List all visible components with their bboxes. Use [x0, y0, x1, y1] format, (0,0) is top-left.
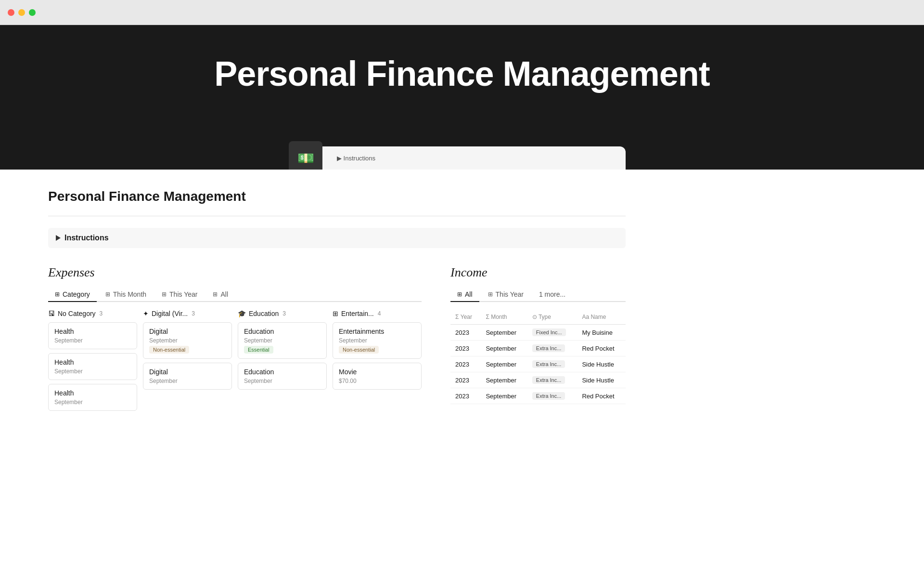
type-badge: Extra Inc... — [532, 344, 565, 352]
income-type: Fixed Inc... — [527, 325, 578, 341]
income-month: September — [481, 388, 527, 404]
kanban-col-header: ⊞Entertain...4 — [333, 310, 422, 317]
col-count: 3 — [100, 310, 103, 317]
hero-icon: 💵 — [289, 141, 322, 170]
income-th-month: Σ Month — [481, 310, 527, 325]
card-badge: Non-essential — [149, 346, 189, 354]
tab-income-this-year[interactable]: ⊞ This Year — [481, 288, 530, 302]
card-date: September — [54, 368, 131, 375]
kanban-card[interactable]: Digital September — [143, 363, 232, 390]
two-column-layout: Expenses ⊞ Category ⊞ This Month ⊞ This … — [48, 265, 626, 415]
income-row[interactable]: 2023SeptemberExtra Inc...Side Hustle — [450, 356, 626, 372]
tab-icon: ⊞ — [213, 291, 218, 298]
income-title: Income — [450, 265, 626, 280]
card-date: September — [149, 378, 226, 384]
tab-income-this-year-label: This Year — [496, 290, 524, 298]
tab-this-year-label: This Year — [169, 290, 197, 298]
expenses-title: Expenses — [48, 265, 422, 280]
card-title: Education — [244, 328, 321, 335]
income-section: Income ⊞ All ⊞ This Year 1 more... — [450, 265, 626, 415]
income-row[interactable]: 2023SeptemberExtra Inc...Red Pocket — [450, 341, 626, 356]
card-date: September — [54, 337, 131, 344]
minimize-button[interactable] — [18, 9, 25, 16]
page-title: Personal Finance Management — [48, 189, 626, 204]
card-date: $70.00 — [339, 378, 415, 384]
type-badge: Extra Inc... — [532, 376, 565, 384]
card-date: September — [244, 378, 321, 384]
card-title: Movie — [339, 368, 415, 376]
tab-icon: ⊞ — [55, 291, 60, 298]
tab-icon: ⊞ — [457, 291, 462, 298]
expenses-section: Expenses ⊞ Category ⊞ This Month ⊞ This … — [48, 265, 422, 415]
income-year: 2023 — [450, 356, 481, 372]
card-title: Health — [54, 389, 131, 397]
tab-income-more[interactable]: 1 more... — [532, 288, 572, 302]
income-row[interactable]: 2023SeptemberExtra Inc...Red Pocket — [450, 388, 626, 404]
income-row[interactable]: 2023SeptemberExtra Inc...Side Hustle — [450, 372, 626, 388]
tab-category[interactable]: ⊞ Category — [48, 288, 97, 302]
kanban-card[interactable]: Digital September Non-essential — [143, 322, 232, 359]
card-title: Health — [54, 328, 131, 335]
col-label: Digital (Vir... — [152, 310, 188, 317]
tab-this-year[interactable]: ⊞ This Year — [155, 288, 204, 302]
col-count: 3 — [282, 310, 286, 317]
kanban-column-digital: ✦Digital (Vir...3 Digital September Non-… — [143, 310, 232, 415]
col-label: Entertain... — [341, 310, 374, 317]
income-month: September — [481, 325, 527, 341]
income-th-year: Σ Year — [450, 310, 481, 325]
income-name: My Buisine — [577, 325, 626, 341]
kanban-card[interactable]: Education September — [238, 363, 327, 390]
instructions-section[interactable]: Instructions — [48, 228, 626, 248]
col-count: 3 — [192, 310, 195, 317]
card-date: September — [149, 337, 226, 344]
col-icon: 🎓 — [238, 310, 246, 317]
expenses-tabs: ⊞ Category ⊞ This Month ⊞ This Year ⊞ Al… — [48, 288, 422, 302]
kanban-card[interactable]: Movie $70.00 — [333, 363, 422, 390]
kanban-card[interactable]: Health September — [48, 353, 137, 380]
hero-banner: Personal Finance Management 💵 ▶ Instruct… — [0, 25, 924, 170]
kanban-col-header: 🖫No Category3 — [48, 310, 137, 317]
tab-income-all[interactable]: ⊞ All — [450, 288, 479, 302]
col-icon: ⊞ — [333, 310, 338, 317]
type-badge: Fixed Inc... — [532, 328, 566, 336]
close-button[interactable] — [8, 9, 14, 16]
tab-icon: ⊞ — [105, 291, 110, 298]
income-row[interactable]: 2023SeptemberFixed Inc...My Buisine — [450, 325, 626, 341]
kanban-column-no-category: 🖫No Category3 Health September Health Se… — [48, 310, 137, 415]
income-th-type: ⊙ Type — [527, 310, 578, 325]
income-type: Extra Inc... — [527, 388, 578, 404]
kanban-card[interactable]: Education September Essential — [238, 322, 327, 359]
kanban-card[interactable]: Entertainments September Non-essential — [333, 322, 422, 359]
type-badge: Extra Inc... — [532, 392, 565, 400]
card-date: September — [244, 337, 321, 344]
tab-this-month[interactable]: ⊞ This Month — [99, 288, 153, 302]
card-date: September — [339, 337, 415, 344]
type-badge: Extra Inc... — [532, 360, 565, 368]
col-count: 4 — [378, 310, 381, 317]
tab-all[interactable]: ⊞ All — [206, 288, 235, 302]
card-badge: Essential — [244, 346, 273, 354]
browser-chrome — [0, 0, 924, 25]
income-year: 2023 — [450, 341, 481, 356]
card-title: Entertainments — [339, 328, 415, 335]
divider — [48, 216, 626, 216]
hero-preview: 💵 ▶ Instructions — [298, 146, 626, 170]
kanban-col-header: ✦Digital (Vir...3 — [143, 310, 232, 317]
tab-icon: ⊞ — [488, 291, 493, 298]
instructions-label: Instructions — [64, 234, 109, 242]
col-label: No Category — [58, 310, 96, 317]
income-th-name: Aa Name — [577, 310, 626, 325]
card-title: Digital — [149, 368, 226, 376]
income-name: Red Pocket — [577, 341, 626, 356]
maximize-button[interactable] — [29, 9, 36, 16]
kanban-card[interactable]: Health September — [48, 384, 137, 411]
income-name: Red Pocket — [577, 388, 626, 404]
tab-income-all-label: All — [465, 290, 473, 298]
kanban-card[interactable]: Health September — [48, 322, 137, 349]
income-type: Extra Inc... — [527, 341, 578, 356]
col-icon: ✦ — [143, 310, 149, 317]
income-month: September — [481, 341, 527, 356]
card-title: Education — [244, 368, 321, 376]
income-year: 2023 — [450, 325, 481, 341]
income-year: 2023 — [450, 372, 481, 388]
